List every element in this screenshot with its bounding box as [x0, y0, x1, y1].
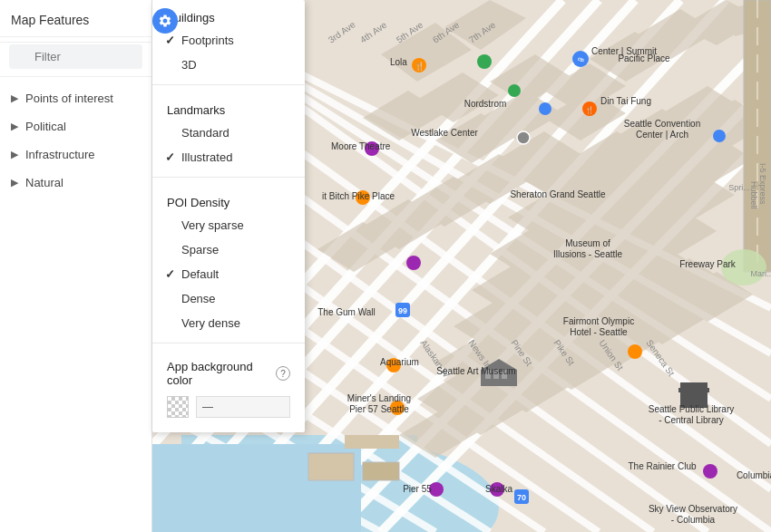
check-icon: ✓	[165, 34, 175, 47]
illustrated-menu-item[interactable]: ✓ Illustrated	[152, 145, 305, 169]
sparse-menu-item[interactable]: Sparse	[152, 237, 305, 262]
svg-point-120	[517, 131, 530, 144]
very-dense-menu-item[interactable]: Very dense	[152, 311, 305, 335]
svg-text:Pier 55: Pier 55	[403, 484, 432, 494]
sidebar: Map Features ☰ ▶ Points of interest ▶ Po…	[0, 0, 152, 532]
chevron-right-icon: ▶	[11, 149, 18, 160]
check-icon: ✓	[165, 267, 175, 281]
svg-point-116	[628, 344, 642, 359]
color-value-box[interactable]: —	[196, 396, 290, 418]
svg-text:Westlake Center: Westlake Center	[411, 128, 478, 138]
svg-text:- Central Library: - Central Library	[659, 415, 724, 425]
svg-text:Pacific Place: Pacific Place	[618, 53, 670, 63]
svg-text:Sky View Observatory: Sky View Observatory	[649, 504, 737, 514]
chevron-right-icon: ▶	[11, 177, 18, 189]
color-swatch-area: —	[152, 396, 305, 425]
svg-text:Mari...: Mari...	[750, 269, 771, 278]
checker-box[interactable]	[167, 396, 189, 418]
standard-menu-item[interactable]: Standard	[152, 121, 305, 145]
sidebar-item-natural[interactable]: ▶ Natural	[0, 169, 151, 197]
sidebar-item-infrastructure[interactable]: ▶ Infrastructure	[0, 140, 151, 169]
very-sparse-label: Very sparse	[181, 218, 244, 232]
svg-text:I-5 Express: I-5 Express	[758, 163, 767, 205]
svg-point-119	[539, 102, 551, 115]
filter-input[interactable]	[9, 44, 142, 69]
svg-text:Lola: Lola	[390, 57, 407, 67]
svg-text:🍴: 🍴	[585, 105, 594, 114]
svg-text:Miner's Landing: Miner's Landing	[347, 393, 411, 403]
svg-rect-94	[345, 435, 399, 449]
svg-text:Sheraton Grand Seattle: Sheraton Grand Seattle	[510, 189, 606, 199]
default-menu-item[interactable]: ✓ Default	[152, 262, 305, 286]
svg-text:Pier 57 Seattle: Pier 57 Seattle	[349, 404, 409, 414]
svg-text:The Gum Wall: The Gum Wall	[317, 307, 376, 317]
dense-menu-item[interactable]: Dense	[152, 286, 305, 311]
app-bg-label: App background color	[167, 360, 270, 387]
svg-text:70: 70	[517, 493, 526, 502]
footprints-menu-item[interactable]: ✓ Footprints	[152, 28, 305, 53]
svg-text:The Rainier Club: The Rainier Club	[628, 461, 696, 471]
color-value: —	[202, 401, 213, 413]
check-icon: ✓	[165, 150, 175, 164]
svg-text:Spri...: Spri...	[728, 183, 750, 192]
3d-menu-item[interactable]: 3D	[152, 53, 305, 77]
sidebar-item-label: Points of interest	[25, 92, 113, 105]
divider-2	[152, 177, 305, 178]
svg-point-123	[508, 84, 521, 97]
svg-rect-131	[680, 382, 708, 390]
dropdown-panel: Buildings ✓ Footprints 3D Landmarks Stan…	[152, 0, 305, 432]
svg-rect-93	[308, 453, 354, 480]
dense-label: Dense	[181, 292, 216, 305]
svg-text:Freeway Park: Freeway Park	[679, 259, 737, 269]
svg-point-126	[703, 464, 717, 479]
poi-density-section-label: POI Density	[152, 185, 305, 213]
chevron-right-icon: ▶	[11, 92, 18, 104]
sidebar-item-label: Infrastructure	[25, 148, 95, 161]
sidebar-item-poi[interactable]: ▶ Points of interest	[0, 84, 151, 112]
svg-text:Moore Theatre: Moore Theatre	[331, 141, 391, 151]
svg-text:Illusions - Seattle: Illusions - Seattle	[553, 249, 623, 259]
sidebar-title: Map Features	[11, 13, 89, 27]
default-label: Default	[181, 267, 219, 281]
app-bg-section: App background color ?	[152, 351, 305, 396]
help-icon[interactable]: ?	[276, 366, 290, 381]
divider-3	[152, 343, 305, 343]
svg-text:Hubbell: Hubbell	[749, 181, 758, 209]
svg-text:Seattle Convention: Seattle Convention	[624, 119, 701, 129]
svg-point-125	[406, 256, 421, 270]
svg-text:99: 99	[398, 306, 407, 315]
gear-button[interactable]	[152, 8, 178, 34]
svg-text:Skalka: Skalka	[485, 484, 512, 494]
svg-text:Aquarium: Aquarium	[380, 357, 419, 367]
svg-text:Din Tai Fung: Din Tai Fung	[600, 96, 651, 106]
svg-rect-92	[152, 489, 316, 532]
landmarks-section-label: Landmarks	[152, 92, 305, 121]
svg-text:Seattle Public Library: Seattle Public Library	[649, 404, 735, 414]
sidebar-item-label: Natural	[25, 176, 63, 189]
sidebar-item-political[interactable]: ▶ Political	[0, 112, 151, 140]
svg-text:Columbia: Columbia	[737, 470, 771, 480]
nav-list: ▶ Points of interest ▶ Political ▶ Infra…	[0, 77, 151, 204]
3d-label: 3D	[181, 58, 197, 72]
footprints-label: Footprints	[181, 34, 234, 47]
svg-text:🛍: 🛍	[578, 56, 584, 63]
svg-text:Fairmont Olympic: Fairmont Olympic	[563, 316, 634, 326]
standard-label: Standard	[181, 126, 229, 140]
svg-text:Seattle Art Museum: Seattle Art Museum	[436, 366, 515, 376]
very-dense-label: Very dense	[181, 316, 240, 330]
gear-icon	[158, 14, 172, 28]
svg-text:it Bitch Pike Place: it Bitch Pike Place	[322, 191, 395, 201]
svg-text:Hotel - Seattle: Hotel - Seattle	[570, 327, 628, 337]
sidebar-header: Map Features	[0, 0, 151, 37]
chevron-right-icon: ▶	[11, 121, 18, 132]
illustrated-label: Illustrated	[181, 150, 232, 164]
filter-bar: ☰	[0, 37, 151, 77]
svg-text:🍴: 🍴	[415, 61, 425, 72]
svg-text:- Columbia: - Columbia	[671, 515, 716, 525]
sidebar-item-label: Political	[25, 120, 66, 133]
svg-point-122	[477, 54, 492, 69]
very-sparse-menu-item[interactable]: Very sparse	[152, 213, 305, 237]
svg-text:Nordstrom: Nordstrom	[464, 99, 507, 109]
sparse-label: Sparse	[181, 243, 219, 256]
svg-point-121	[713, 130, 726, 142]
